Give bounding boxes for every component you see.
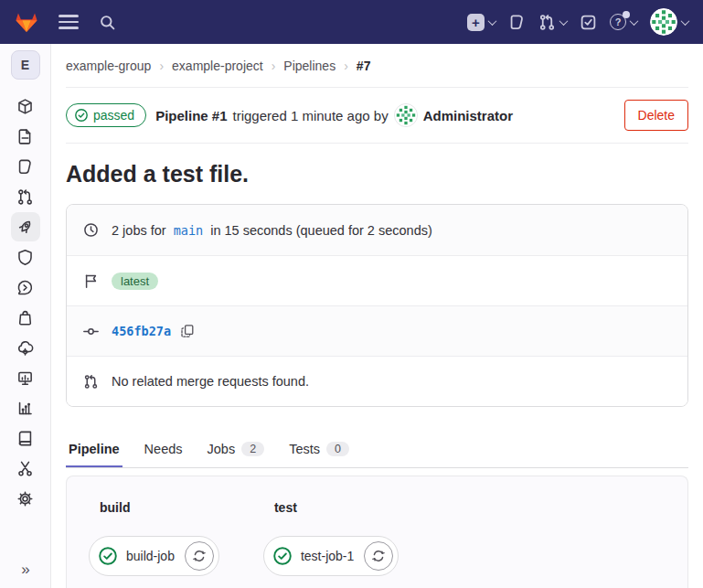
clock-icon (83, 222, 99, 238)
tab-jobs[interactable]: Jobs 2 (205, 431, 268, 467)
sidebar-item-infrastructure[interactable] (11, 333, 40, 362)
tab-label: Needs (144, 442, 183, 456)
notification-dot (623, 11, 630, 18)
check-circle-icon (74, 108, 89, 123)
main-content: example-group example-project Pipelines … (51, 44, 703, 588)
gear-icon (16, 490, 34, 508)
sidebar-item-settings[interactable] (11, 484, 40, 513)
tab-label: Tests (289, 442, 320, 456)
sidebar-item-issues[interactable] (11, 152, 40, 181)
status-success-icon (272, 546, 293, 566)
job-test-job-1[interactable]: test-job-1 (263, 536, 399, 576)
merge-request-icon (83, 374, 99, 390)
sidebar-item-repository[interactable] (11, 122, 40, 151)
issues-icon (16, 158, 34, 176)
merge-request-icon (16, 188, 34, 206)
project-avatar[interactable]: E (11, 50, 40, 80)
sidebar-item-monitor[interactable] (11, 363, 40, 392)
issues-icon[interactable] (508, 14, 526, 31)
user-avatar (650, 8, 677, 36)
triggered-text: triggered 1 minute ago by (233, 108, 389, 123)
cube-icon (16, 98, 34, 115)
retry-job-button[interactable] (185, 541, 214, 571)
plus-icon (467, 14, 485, 31)
sidebar-item-security[interactable] (11, 242, 40, 272)
chevron-down-icon (681, 16, 690, 26)
sidebar-item-snippets[interactable] (11, 454, 40, 483)
stage-name: test (274, 500, 399, 515)
tab-tests[interactable]: Tests 0 (286, 431, 352, 467)
breadcrumb-separator-icon (344, 59, 348, 73)
rocket-icon (16, 219, 34, 236)
merge-request-icon (538, 14, 556, 31)
tab-pipeline[interactable]: Pipeline (66, 431, 122, 467)
flag-icon (83, 273, 99, 289)
retry-icon (371, 549, 386, 563)
tab-label: Pipeline (69, 442, 120, 456)
book-icon (16, 430, 34, 447)
topbar (0, 0, 703, 44)
pipeline-graph: build build-job (66, 476, 688, 588)
sidebar-item-deployments[interactable] (11, 273, 40, 302)
branch-link[interactable]: main (174, 223, 204, 238)
sidebar: E (0, 44, 51, 588)
commit-icon (83, 324, 99, 339)
status-success-icon (98, 546, 118, 566)
user-menu-dropdown[interactable] (650, 8, 688, 36)
sidebar-item-analytics[interactable] (11, 393, 40, 422)
sidebar-item-merge-requests[interactable] (11, 182, 40, 211)
stage-build: build build-job (89, 500, 219, 588)
status-badge[interactable]: passed (66, 103, 146, 127)
breadcrumb-separator-icon (159, 59, 164, 73)
chevron-down-icon (630, 16, 639, 26)
delete-button[interactable]: Delete (624, 100, 688, 131)
tests-count-badge: 0 (326, 442, 349, 456)
sidebar-item-ci-cd[interactable] (11, 212, 40, 241)
breadcrumb-current: #7 (357, 59, 371, 73)
sidebar-item-wiki[interactable] (11, 423, 40, 453)
todo-icon[interactable] (580, 14, 597, 31)
chevron-down-icon (559, 16, 569, 26)
breadcrumb-pipelines-link[interactable]: Pipelines (283, 59, 336, 73)
tab-label: Jobs (208, 442, 236, 456)
pipeline-tabs: Pipeline Needs Jobs 2 Tests 0 (66, 431, 688, 468)
document-icon (16, 128, 34, 145)
breadcrumb: example-group example-project Pipelines … (66, 44, 688, 88)
job-name: build-job (126, 549, 176, 563)
merge-requests-dropdown[interactable] (538, 14, 567, 31)
breadcrumb-project-link[interactable]: example-project (172, 59, 263, 73)
copy-icon (180, 324, 195, 338)
pipeline-summary-box: 2 jobs for main in 15 seconds (queued fo… (66, 204, 688, 407)
sidebar-item-project[interactable] (11, 91, 40, 121)
jobs-count-badge: 2 (241, 442, 264, 456)
job-build-job[interactable]: build-job (89, 536, 219, 576)
menu-icon[interactable] (59, 15, 79, 28)
stage-name: build (100, 500, 219, 515)
pipeline-summary-text: Pipeline #1 triggered 1 minute ago by (155, 103, 513, 127)
pipeline-id: Pipeline #1 (155, 108, 227, 123)
cloud-gear-icon (16, 339, 34, 357)
search-icon[interactable] (99, 14, 116, 31)
shield-icon (16, 249, 34, 266)
chart-icon (16, 400, 34, 417)
breadcrumb-separator-icon (272, 59, 276, 73)
breadcrumb-group-link[interactable]: example-group (66, 59, 151, 73)
collapse-sidebar-icon[interactable]: » (0, 561, 51, 579)
retry-job-button[interactable] (364, 541, 393, 571)
administrator-name[interactable]: Administrator (423, 108, 513, 123)
no-merge-requests-text: No related merge requests found. (112, 374, 309, 389)
jobs-count-text: 2 jobs for (112, 223, 166, 238)
copy-commit-sha-button[interactable] (180, 324, 195, 338)
help-dropdown[interactable] (610, 14, 637, 30)
new-menu-dropdown[interactable] (467, 14, 495, 31)
commit-sha-link[interactable]: 456fb27a (112, 324, 171, 338)
duration-text: in 15 seconds (queued for 2 seconds) (210, 223, 432, 238)
sidebar-item-packages[interactable] (11, 303, 40, 332)
tab-needs[interactable]: Needs (142, 431, 186, 467)
gitlab-logo-icon[interactable] (15, 11, 38, 34)
chevron-down-icon (488, 16, 497, 26)
administrator-avatar[interactable] (394, 103, 418, 127)
latest-badge: latest (112, 273, 158, 290)
scissors-icon (16, 460, 34, 477)
job-name: test-job-1 (301, 549, 356, 563)
